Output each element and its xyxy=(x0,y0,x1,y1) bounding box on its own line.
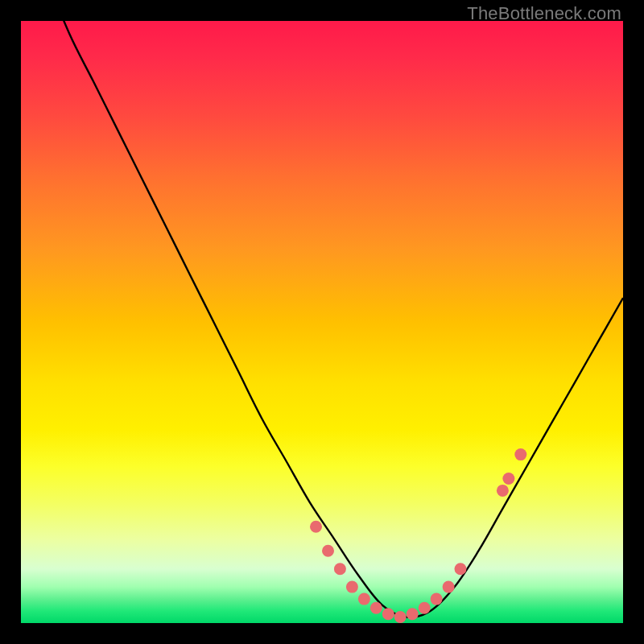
highlight-dot xyxy=(394,611,407,623)
chart-svg xyxy=(21,21,623,623)
highlight-dot xyxy=(358,593,370,605)
plot-area xyxy=(21,21,623,623)
highlight-dot xyxy=(497,485,509,497)
highlight-dot xyxy=(334,563,346,575)
highlight-dot xyxy=(310,521,322,533)
highlight-dots-group xyxy=(310,448,526,623)
highlight-dot xyxy=(455,563,467,575)
highlight-dot xyxy=(502,473,514,485)
bottleneck-curve xyxy=(21,21,623,617)
highlight-dot xyxy=(382,608,394,620)
highlight-dot xyxy=(419,602,431,614)
chart-frame: TheBottleneck.com xyxy=(0,0,644,644)
highlight-dot xyxy=(431,593,443,605)
watermark-text: TheBottleneck.com xyxy=(467,3,621,24)
highlight-dot xyxy=(514,448,526,460)
highlight-dot xyxy=(370,602,382,614)
highlight-dot xyxy=(322,545,334,557)
highlight-dot xyxy=(407,608,419,620)
highlight-dot xyxy=(443,581,455,593)
highlight-dot xyxy=(346,581,358,593)
